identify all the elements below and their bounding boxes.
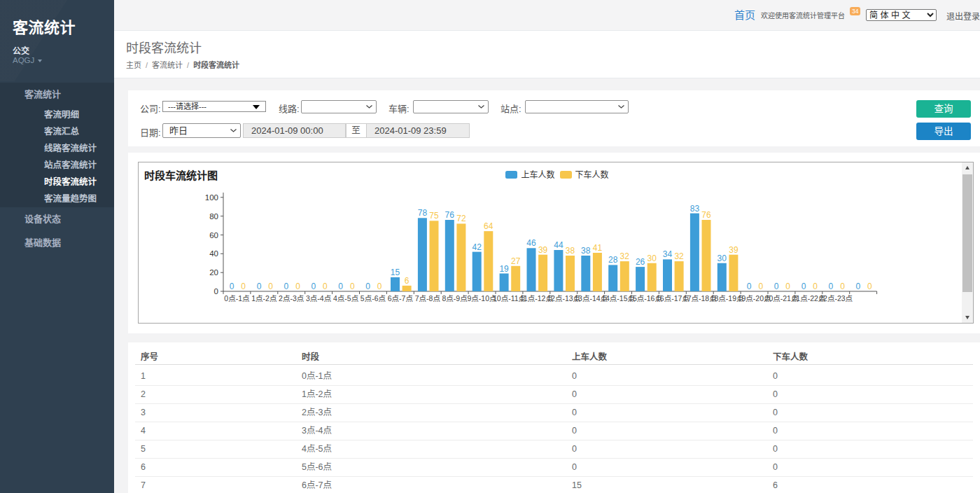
svg-text:0: 0	[311, 282, 316, 291]
svg-text:20: 20	[209, 268, 218, 277]
svg-text:60: 60	[209, 231, 218, 239]
svg-text:80: 80	[209, 212, 218, 221]
svg-text:39: 39	[538, 245, 548, 255]
svg-text:0: 0	[323, 282, 328, 291]
svg-text:0: 0	[774, 282, 779, 291]
svg-text:0: 0	[241, 282, 246, 291]
svg-text:3点-4点: 3点-4点	[306, 294, 331, 303]
svg-text:0: 0	[747, 282, 752, 291]
svg-text:44: 44	[554, 240, 564, 250]
svg-text:78: 78	[418, 208, 428, 218]
svg-text:0: 0	[855, 282, 860, 291]
svg-text:75: 75	[429, 211, 439, 221]
svg-text:100: 100	[205, 193, 218, 202]
svg-text:0: 0	[867, 282, 872, 291]
svg-text:40: 40	[209, 249, 218, 258]
svg-text:0: 0	[785, 282, 790, 291]
svg-text:27: 27	[511, 256, 521, 266]
svg-text:6点-7点: 6点-7点	[388, 294, 413, 303]
svg-text:30: 30	[718, 254, 727, 263]
svg-text:19: 19	[499, 264, 509, 274]
svg-text:0: 0	[295, 282, 300, 291]
svg-text:8点-9点: 8点-9点	[442, 294, 468, 303]
svg-text:0: 0	[338, 282, 343, 291]
svg-text:30: 30	[648, 254, 657, 263]
svg-text:76: 76	[445, 210, 455, 220]
svg-text:0: 0	[257, 282, 262, 291]
svg-text:5点-6点: 5点-6点	[360, 294, 386, 303]
svg-text:76: 76	[701, 210, 711, 220]
svg-text:41: 41	[593, 243, 603, 253]
svg-text:0: 0	[377, 282, 382, 291]
svg-text:0: 0	[268, 282, 273, 291]
svg-text:0: 0	[284, 282, 289, 291]
svg-text:0: 0	[802, 282, 806, 291]
svg-text:0: 0	[230, 282, 234, 291]
svg-text:72: 72	[456, 214, 466, 223]
svg-text:22点-23点: 22点-23点	[819, 294, 853, 303]
svg-text:0: 0	[813, 282, 818, 291]
svg-text:0: 0	[214, 287, 218, 296]
svg-text:4点-5点: 4点-5点	[333, 294, 358, 303]
svg-text:28: 28	[608, 255, 618, 265]
svg-text:15: 15	[391, 268, 400, 277]
svg-text:32: 32	[620, 251, 630, 261]
svg-text:7点-8点: 7点-8点	[415, 294, 440, 303]
svg-text:38: 38	[566, 246, 575, 256]
svg-text:0: 0	[350, 282, 355, 291]
svg-text:0: 0	[758, 282, 763, 291]
svg-text:1点-2点: 1点-2点	[251, 294, 276, 303]
svg-text:0: 0	[829, 282, 834, 291]
svg-text:0: 0	[365, 282, 370, 291]
svg-text:0点-1点: 0点-1点	[224, 294, 249, 303]
svg-text:34: 34	[663, 249, 673, 259]
svg-text:0: 0	[840, 282, 845, 291]
svg-text:26: 26	[636, 257, 645, 267]
svg-text:46: 46	[526, 238, 536, 248]
svg-text:42: 42	[472, 242, 482, 252]
svg-text:83: 83	[690, 204, 700, 214]
svg-text:38: 38	[581, 246, 591, 256]
svg-text:64: 64	[484, 221, 493, 231]
svg-text:2点-3点: 2点-3点	[279, 294, 304, 303]
svg-text:39: 39	[729, 245, 738, 255]
svg-text:32: 32	[674, 251, 684, 261]
svg-text:6: 6	[405, 276, 410, 286]
